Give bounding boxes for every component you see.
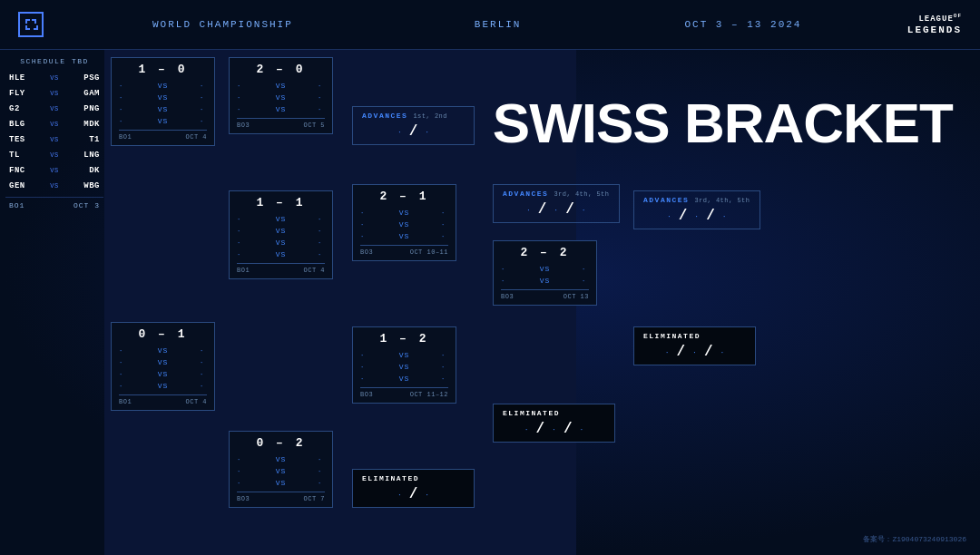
team-name: FNC xyxy=(9,166,36,175)
match-row: · VS · xyxy=(237,237,325,248)
header-location: BERLIN xyxy=(475,19,522,30)
match-row: · VS · xyxy=(237,92,325,103)
match-row: · VS · xyxy=(237,103,325,115)
match-footer: BO3 OCT 5 xyxy=(237,118,325,129)
match-row: · VS · xyxy=(119,345,207,356)
vs-label: VS xyxy=(50,182,58,190)
vs-label: VS xyxy=(50,74,58,82)
match-footer: BO1 OCT 4 xyxy=(119,394,207,405)
dot: · xyxy=(200,383,207,390)
match-date: OCT 13 xyxy=(564,293,589,300)
match-row: · VS · xyxy=(237,80,325,92)
match-row: · VS · xyxy=(360,230,448,242)
slash: / xyxy=(565,201,574,218)
bo-format: BO1 xyxy=(119,133,132,141)
dot: · xyxy=(441,233,448,240)
dot: · xyxy=(237,83,244,90)
dot: · xyxy=(119,383,126,390)
dot: · xyxy=(237,251,244,258)
advances-label: ADVANCES xyxy=(503,190,548,198)
match-date: OCT 4 xyxy=(185,133,207,141)
vs-text: VS xyxy=(244,239,318,247)
dot: · xyxy=(360,209,368,217)
slash: / xyxy=(706,208,715,224)
dot: · xyxy=(582,278,589,285)
dot: · xyxy=(318,480,325,487)
score-display: 1 – 0 xyxy=(119,63,207,76)
dot: · xyxy=(720,348,725,356)
vs-text: VS xyxy=(244,227,318,235)
expand-icon[interactable] xyxy=(18,12,44,37)
dot: · xyxy=(318,216,325,223)
vs-text: VS xyxy=(126,117,200,125)
eliminated-panel-r4: ELIMINATED · / · / · xyxy=(493,404,615,443)
advances-header: ADVANCES 3rd, 4th, 5th xyxy=(643,196,750,204)
score-display: 0 – 2 xyxy=(237,436,325,450)
advances-sub: 1st, 2nd xyxy=(413,112,447,120)
dot: · xyxy=(397,128,402,136)
advances-slots: · / · xyxy=(362,123,465,140)
team-name: PSG xyxy=(73,73,100,83)
slash: / xyxy=(564,421,573,437)
dot: · xyxy=(200,359,207,366)
bracket-round3-21: 2 – 1 · VS · · VS · · VS · BO3 OCT 10–11 xyxy=(352,184,456,261)
slash: / xyxy=(538,201,547,218)
match-date: OCT 10–11 xyxy=(410,248,448,256)
match-row: · VS · xyxy=(501,263,589,275)
vs-text: VS xyxy=(244,455,318,463)
vs-text: VS xyxy=(368,363,441,371)
dot: · xyxy=(119,118,126,125)
dot: · xyxy=(318,106,325,113)
dot: · xyxy=(119,347,126,355)
match-row: · VS · xyxy=(360,361,448,373)
dot: · xyxy=(722,212,727,220)
advances-label: ADVANCES xyxy=(643,196,689,204)
vs-text: VS xyxy=(126,105,200,113)
dot: · xyxy=(318,251,325,258)
table-row: G2 VS PNG xyxy=(5,102,103,116)
match-footer: BO3 OCT 7 xyxy=(237,492,325,502)
dot: · xyxy=(200,371,207,378)
vs-label: VS xyxy=(50,90,58,97)
dot: · xyxy=(582,266,589,273)
score-display: 1 – 2 xyxy=(360,332,448,346)
match-date: OCT 11–12 xyxy=(410,391,448,398)
slash: / xyxy=(409,123,418,140)
vs-text: VS xyxy=(126,358,200,366)
dot: · xyxy=(200,347,207,355)
vs-text: VS xyxy=(244,215,318,223)
vs-label: VS xyxy=(50,105,58,112)
advances-slots: · / · / · xyxy=(643,208,750,224)
dot: · xyxy=(318,228,325,235)
dot: · xyxy=(200,106,207,113)
advances-slots: · / · / · xyxy=(503,201,610,218)
match-date: OCT 5 xyxy=(303,122,325,129)
bo-format: BO1 xyxy=(119,398,132,405)
bracket-round1-10: 1 – 0 · VS · · VS · · VS · · VS · BO1 OC… xyxy=(111,57,215,146)
advances-panel-final: ADVANCES 3rd, 4th, 5th · / · / · xyxy=(633,190,760,229)
dot: · xyxy=(237,456,244,463)
slash: / xyxy=(409,486,418,502)
advances-sub: 3rd, 4th, 5th xyxy=(694,197,750,204)
team-name: DK xyxy=(73,166,100,175)
table-row: BLG VS MDK xyxy=(5,117,103,131)
dot: · xyxy=(237,480,244,487)
vs-label: VS xyxy=(50,167,58,174)
team-name: LNG xyxy=(73,151,100,160)
table-row: TES VS T1 xyxy=(5,132,103,147)
dot: · xyxy=(360,352,368,359)
advances-sub: 3rd, 4th, 5th xyxy=(554,190,609,198)
dot: · xyxy=(318,456,325,463)
match-row: · VS · xyxy=(237,465,325,477)
vs-text: VS xyxy=(244,479,318,487)
dot: · xyxy=(237,216,244,223)
match-row: · VS · xyxy=(360,349,448,361)
bracket-round3-12: 1 – 2 · VS · · VS · · VS · BO3 OCT 11–12 xyxy=(352,326,456,404)
match-row: · VS · xyxy=(119,115,207,127)
dot: · xyxy=(692,348,697,356)
team-name: BLG xyxy=(9,120,36,129)
bracket-round1-01: 0 – 1 · VS · · VS · · VS · · VS · BO1 OC… xyxy=(111,322,215,411)
vs-text: VS xyxy=(368,209,441,217)
dot: · xyxy=(318,468,325,475)
dot: · xyxy=(501,278,508,285)
